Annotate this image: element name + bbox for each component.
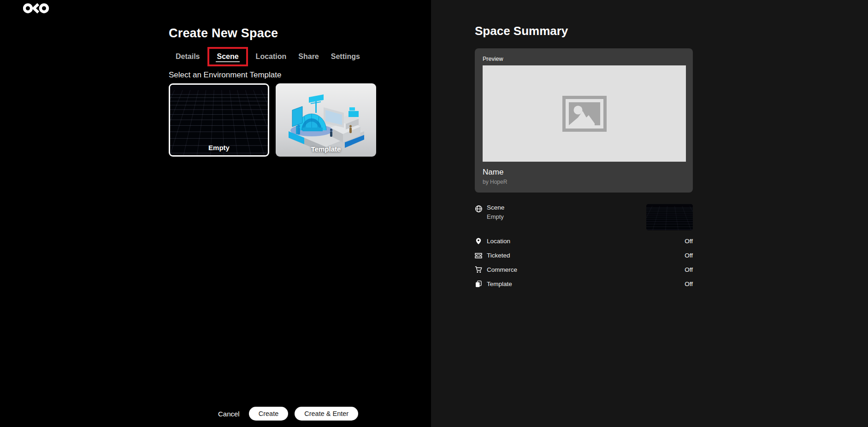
preview-label: Preview <box>483 56 686 62</box>
summary-row-template-label: Template <box>487 281 512 287</box>
page-title: Create New Space <box>169 26 390 41</box>
template-card-template[interactable]: Template <box>276 83 376 157</box>
create-space-panel: Create New Space Details Scene Location … <box>0 0 431 427</box>
summary-row-commerce: Commerce Off <box>475 263 693 277</box>
space-author: by HopeR <box>483 179 686 185</box>
cancel-button[interactable]: Cancel <box>215 410 242 418</box>
summary-row-ticketed-label: Ticketed <box>487 252 510 259</box>
summary-row-commerce-label: Commerce <box>487 266 517 273</box>
template-card-template-label: Template <box>276 145 376 153</box>
location-pin-icon <box>475 238 482 245</box>
ticket-icon <box>475 252 482 259</box>
tab-share-label: Share <box>298 53 319 60</box>
template-list: Empty <box>169 83 390 157</box>
active-tab-underline <box>216 61 239 62</box>
tab-details-label: Details <box>176 53 200 60</box>
tab-settings-label: Settings <box>331 53 360 60</box>
environment-template-label: Select an Environment Template <box>169 70 390 80</box>
image-placeholder-icon <box>562 96 607 132</box>
summary-row-ticketed-value: Off <box>685 252 693 259</box>
app-window: Create New Space Details Scene Location … <box>0 0 868 427</box>
cart-icon <box>475 266 482 274</box>
summary-row-template-value: Off <box>685 281 693 287</box>
tab-location-label: Location <box>256 53 287 60</box>
preview-image-area <box>483 65 686 162</box>
summary-row-location: Location Off <box>475 234 693 248</box>
summary-row-commerce-value: Off <box>685 266 693 273</box>
tab-details[interactable]: Details <box>170 47 206 66</box>
tab-location[interactable]: Location <box>250 47 293 66</box>
globe-icon <box>475 205 482 212</box>
template-icon <box>475 281 482 288</box>
create-and-enter-button[interactable]: Create & Enter <box>295 407 358 421</box>
summary-rows: Scene Empty <box>475 204 693 291</box>
tab-scene-label: Scene <box>217 53 238 60</box>
tab-scene[interactable]: Scene <box>207 47 248 66</box>
space-name: Name <box>483 168 686 177</box>
summary-row-template: Template Off <box>475 277 693 291</box>
create-button[interactable]: Create <box>249 407 289 421</box>
summary-row-location-label: Location <box>487 238 510 245</box>
summary-row-scene: Scene Empty <box>475 204 693 230</box>
summary-row-ticketed: Ticketed Off <box>475 248 693 263</box>
tab-bar: Details Scene Location Share Settings <box>170 47 390 66</box>
summary-row-scene-label: Scene <box>487 204 504 211</box>
template-card-empty[interactable]: Empty <box>169 83 269 157</box>
oko-logo <box>23 2 52 14</box>
dialog-footer: Cancel Create Create & Enter <box>215 407 358 421</box>
summary-title: Space Summary <box>475 24 693 38</box>
template-card-empty-label: Empty <box>170 144 268 152</box>
tab-share[interactable]: Share <box>292 47 325 66</box>
scene-thumbnail <box>646 204 693 230</box>
tab-settings[interactable]: Settings <box>325 47 366 66</box>
summary-row-location-value: Off <box>685 238 693 245</box>
summary-preview-card: Preview Name by HopeR <box>475 48 693 193</box>
space-summary-panel: Space Summary Preview Name by HopeR <box>431 0 868 427</box>
summary-row-scene-value: Empty <box>487 213 504 220</box>
